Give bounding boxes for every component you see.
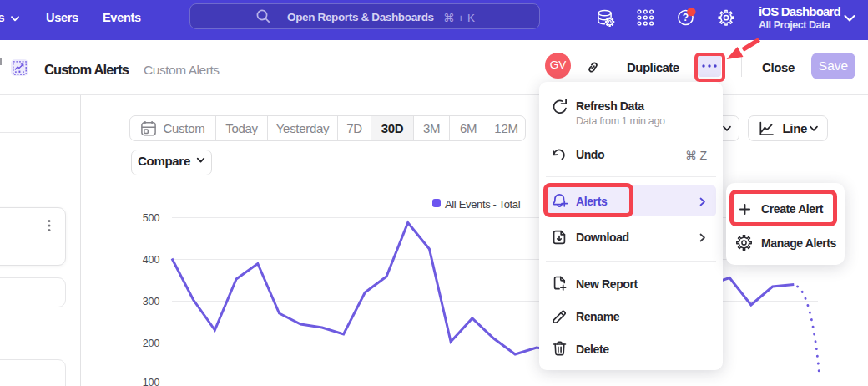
svg-text:500: 500	[143, 212, 160, 224]
svg-text:400: 400	[143, 254, 160, 266]
svg-text:100: 100	[143, 377, 160, 386]
svg-text:300: 300	[143, 296, 160, 307]
svg-text:200: 200	[143, 338, 160, 349]
